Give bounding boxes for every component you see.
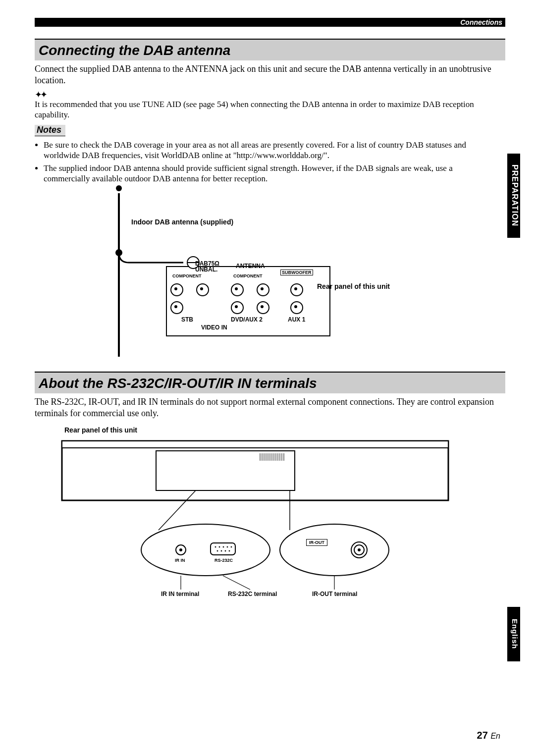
diagram2-rs232-label: RS-232C terminal: [228, 591, 277, 597]
svg-point-40: [358, 548, 361, 551]
diagram-dab-antenna: Indoor DAB antenna (supplied) DAB75Ω UNB…: [35, 183, 500, 362]
diagram-terminals: Rear panel of this unit: [35, 426, 500, 614]
panel-antenna: ANTENNA: [236, 263, 265, 270]
rca-jack-icon: [231, 283, 244, 296]
svg-line-42: [223, 576, 250, 590]
svg-point-31: [227, 546, 228, 547]
manual-page: Connections PREPARATION English Connecti…: [0, 0, 535, 756]
rca-jack-icon: [257, 283, 269, 296]
notes-label: Notes: [35, 125, 65, 136]
rca-jack-icon: [290, 283, 303, 296]
diagram2-rear-panel-label: Rear panel of this unit: [64, 426, 137, 434]
note-item: Be sure to check the DAB coverage in you…: [44, 140, 500, 161]
section1-intro: Connect the supplied DAB antenna to the …: [35, 63, 500, 86]
diagram1-rear-panel-label: Rear panel of this unit: [317, 282, 390, 290]
diagram1-antenna-label: Indoor DAB antenna (supplied): [131, 218, 233, 226]
section1-tip: It is recommended that you use TUNE AID …: [35, 99, 500, 120]
svg-point-37: [280, 524, 389, 576]
diagram2-rs232-small: RS-232C: [214, 558, 233, 563]
panel-stb: STB: [181, 316, 193, 323]
diagram2-irout-small: IR-OUT: [306, 539, 327, 546]
svg-point-30: [223, 546, 224, 547]
side-tab-english: English: [507, 607, 520, 661]
rca-jack-icon: [170, 301, 183, 314]
svg-rect-27: [211, 543, 235, 555]
header-bar: Connections: [35, 18, 505, 27]
svg-point-28: [215, 546, 216, 547]
notes-list: Be sure to check the DAB coverage in you…: [35, 140, 500, 186]
rca-jack-icon: [196, 283, 209, 296]
svg-point-35: [225, 550, 226, 551]
diagram2-irin-label: IR IN terminal: [161, 591, 199, 597]
rca-jack-icon: [257, 301, 269, 314]
section-heading-rs232: About the RS-232C/IR-OUT/IR IN terminals: [35, 372, 505, 393]
diagram1-panel: DAB75Ω UNBAL. ANTENNA COMPONENT COMPONEN…: [166, 267, 330, 336]
side-tab-preparation: PREPARATION: [507, 154, 520, 238]
page-number: 27 En: [477, 730, 500, 741]
svg-point-34: [221, 550, 222, 551]
rca-jack-icon: [231, 301, 244, 314]
svg-rect-7: [62, 441, 448, 448]
panel-video-in: VIDEO IN: [201, 324, 227, 331]
panel-component2: COMPONENT: [233, 273, 263, 278]
diagram2-irout-label: IR-OUT terminal: [312, 591, 357, 597]
tip-icon: ✦✦: [35, 89, 46, 100]
diagram2-irin-small: IR IN: [175, 558, 185, 563]
svg-point-32: [231, 546, 232, 547]
svg-point-1: [116, 185, 122, 191]
panel-subwoofer: SUBWOOFER: [280, 270, 313, 275]
svg-point-33: [217, 550, 218, 551]
svg-point-26: [179, 548, 182, 551]
svg-point-36: [229, 550, 230, 551]
rca-jack-icon: [170, 283, 183, 296]
section2-body: The RS-232C, IR-OUT, and IR IN terminals…: [35, 396, 500, 419]
note-item: The supplied indoor DAB antenna should p…: [44, 163, 500, 184]
panel-aux1: AUX 1: [288, 316, 305, 323]
page-number-suffix: En: [490, 732, 500, 740]
svg-point-2: [115, 249, 122, 256]
panel-dab: DAB75Ω UNBAL.: [195, 261, 230, 272]
section-heading-dab: Connecting the DAB antenna: [35, 39, 505, 60]
panel-dvd: DVD/AUX 2: [231, 316, 263, 323]
header-category: Connections: [460, 18, 502, 27]
panel-component1: COMPONENT: [172, 273, 202, 278]
svg-point-29: [219, 546, 220, 547]
rca-jack-icon: [290, 301, 303, 314]
svg-point-24: [141, 524, 270, 576]
page-number-value: 27: [477, 730, 488, 741]
